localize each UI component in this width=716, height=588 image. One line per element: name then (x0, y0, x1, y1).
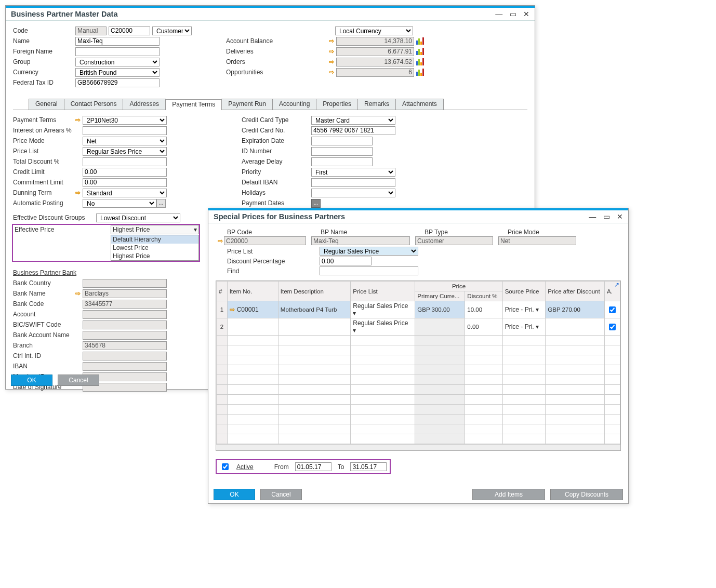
bp-master-window: Business Partner Master Data — ▭ ✕ Code … (5, 5, 535, 10)
maximize-icon[interactable]: ▭ (510, 10, 516, 10)
window-controls: — ▭ ✕ (490, 10, 529, 10)
close-icon[interactable]: ✕ (523, 10, 529, 10)
minimize-icon[interactable]: — (495, 10, 502, 10)
window-title: Business Partner Master Data (11, 10, 490, 10)
titlebar: Business Partner Master Data — ▭ ✕ (6, 8, 535, 10)
